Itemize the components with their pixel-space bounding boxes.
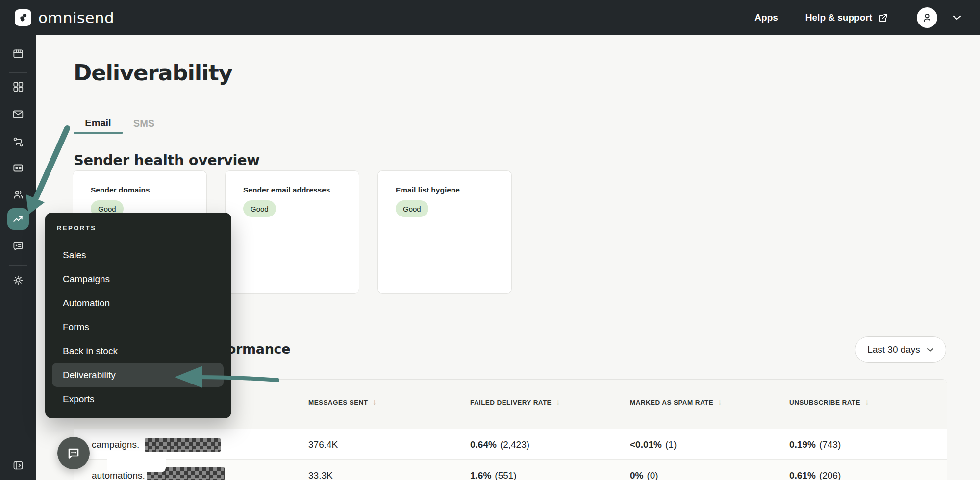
- sort-arrow-icon: ↓: [718, 397, 722, 407]
- sidebar-nav: [0, 35, 36, 480]
- menu-item-automation[interactable]: Automation: [52, 291, 224, 315]
- failed-delivery-cell: 1.6% (551): [470, 460, 517, 480]
- card-title: Sender email addresses: [243, 186, 330, 194]
- chat-widget-button[interactable]: [57, 437, 90, 469]
- redaction-blob: [107, 454, 166, 472]
- apps-link[interactable]: Apps: [754, 12, 778, 23]
- account-menu-chevron[interactable]: [952, 15, 962, 21]
- menu-item-label: Deliverability: [63, 370, 116, 381]
- collapse-panel-icon: [12, 459, 24, 471]
- menu-item-sales[interactable]: Sales: [52, 243, 224, 267]
- chevron-down-icon: [952, 15, 962, 21]
- menu-item-label: Campaigns: [63, 274, 110, 285]
- column-label: FAILED DELIVERY RATE: [470, 399, 552, 406]
- card-title: Sender domains: [91, 186, 150, 194]
- user-icon: [921, 12, 933, 24]
- email-icon: [12, 108, 25, 120]
- help-support-label: Help & support: [805, 12, 872, 23]
- gear-icon: [12, 274, 25, 287]
- date-range-dropdown[interactable]: Last 30 days: [855, 336, 946, 363]
- sort-arrow-icon: ↓: [372, 397, 377, 407]
- account-avatar-button[interactable]: [917, 7, 937, 28]
- omnisend-logo-icon: [15, 9, 31, 26]
- sidebar-item-audience[interactable]: [8, 185, 28, 204]
- failed-delivery-cell: 0.64% (2,423): [470, 429, 529, 460]
- sort-arrow-icon: ↓: [556, 397, 560, 407]
- messages-sent-cell: 376.4K: [308, 429, 338, 460]
- redacted-domain-name: [145, 438, 221, 452]
- card-title: Email list hygiene: [396, 186, 460, 194]
- sidebar-item-forms[interactable]: [8, 158, 28, 178]
- unsubscribe-rate-cell: 0.61% (206): [789, 460, 841, 480]
- chevron-down-icon: [927, 348, 934, 352]
- sort-arrow-icon: ↓: [865, 397, 869, 407]
- rate-value: <0.01%: [630, 439, 662, 450]
- tab-sms[interactable]: SMS: [123, 114, 165, 133]
- status-badge: Good: [396, 200, 428, 217]
- rate-count: (551): [495, 470, 516, 480]
- apps-label: Apps: [754, 12, 778, 23]
- automation-icon: [12, 136, 25, 148]
- menu-item-label: Sales: [63, 250, 86, 261]
- sidebar-item-campaigns[interactable]: [8, 104, 28, 124]
- menu-item-forms[interactable]: Forms: [52, 315, 224, 339]
- tab-bar: Email SMS: [74, 114, 946, 133]
- rate-value: 0%: [630, 470, 643, 480]
- sidebar-divider: [9, 265, 27, 266]
- reports-trend-icon: [12, 213, 25, 225]
- rate-value: 0.61%: [789, 470, 816, 480]
- sidebar-item-settings[interactable]: [8, 270, 28, 290]
- menu-item-label: Back in stock: [63, 346, 118, 357]
- column-header-unsubscribe-rate[interactable]: UNSUBSCRIBE RATE ↓: [789, 397, 869, 407]
- messages-sent-cell: 33.3K: [308, 460, 333, 480]
- tab-sms-label: SMS: [133, 118, 154, 129]
- tab-email[interactable]: Email: [74, 114, 123, 134]
- topbar-right: Apps Help & support: [754, 0, 962, 35]
- reports-popup-menu: REPORTS Sales Campaigns Automation Forms…: [45, 213, 231, 418]
- external-link-icon: [878, 13, 888, 23]
- column-label: MARKED AS SPAM RATE: [630, 399, 713, 406]
- top-bar: omnisend Apps Help & support: [0, 0, 980, 35]
- menu-item-label: Automation: [63, 298, 110, 309]
- rate-value: 0.19%: [789, 439, 816, 450]
- column-label: UNSUBSCRIBE RATE: [789, 399, 860, 406]
- menu-item-label: Forms: [63, 322, 89, 333]
- column-header-marked-as-spam-rate[interactable]: MARKED AS SPAM RATE ↓: [630, 397, 722, 407]
- menu-item-label: Exports: [63, 394, 94, 405]
- brand-wordmark: omnisend: [38, 9, 114, 26]
- menu-item-deliverability[interactable]: Deliverability: [52, 363, 224, 387]
- menu-item-exports[interactable]: Exports: [52, 387, 224, 411]
- sidebar-item-reports[interactable]: [7, 208, 29, 230]
- rate-count: (2,423): [500, 439, 529, 450]
- card-email-list-hygiene: Email list hygiene Good: [377, 170, 512, 294]
- status-badge: Good: [243, 200, 276, 217]
- chat-bubble-icon: [65, 445, 82, 461]
- sidebar-divider: [9, 72, 27, 73]
- forms-icon: [12, 162, 25, 174]
- sidebar-item-automation[interactable]: [8, 132, 28, 152]
- omnisend-logo[interactable]: omnisend: [15, 0, 114, 35]
- store-icon: [12, 48, 25, 60]
- rate-count: (206): [819, 470, 841, 480]
- sidebar-item-dashboard[interactable]: [8, 77, 28, 96]
- reviews-icon: [12, 240, 25, 253]
- spam-rate-cell: 0% (0): [630, 460, 658, 480]
- dashboard-grid-icon: [12, 80, 25, 93]
- sidebar-item-reviews[interactable]: [8, 237, 28, 256]
- rate-value: 0.64%: [470, 439, 497, 450]
- menu-item-campaigns[interactable]: Campaigns: [52, 267, 224, 291]
- collapse-sidebar-button[interactable]: [8, 456, 28, 475]
- unsubscribe-rate-cell: 0.19% (743): [789, 429, 841, 460]
- rate-count: (0): [647, 470, 658, 480]
- menu-item-back-in-stock[interactable]: Back in stock: [52, 339, 224, 363]
- card-sender-email-addresses: Sender email addresses Good: [225, 170, 359, 294]
- spam-rate-cell: <0.01% (1): [630, 429, 677, 460]
- sidebar-item-store[interactable]: [8, 44, 28, 64]
- date-range-value: Last 30 days: [867, 344, 920, 355]
- tab-email-label: Email: [85, 118, 111, 129]
- help-support-link[interactable]: Help & support: [805, 12, 888, 23]
- column-header-messages-sent[interactable]: MESSAGES SENT ↓: [308, 397, 377, 407]
- audience-icon: [12, 188, 25, 201]
- reports-menu-heading: REPORTS: [57, 224, 96, 232]
- column-header-failed-delivery-rate[interactable]: FAILED DELIVERY RATE ↓: [470, 397, 560, 407]
